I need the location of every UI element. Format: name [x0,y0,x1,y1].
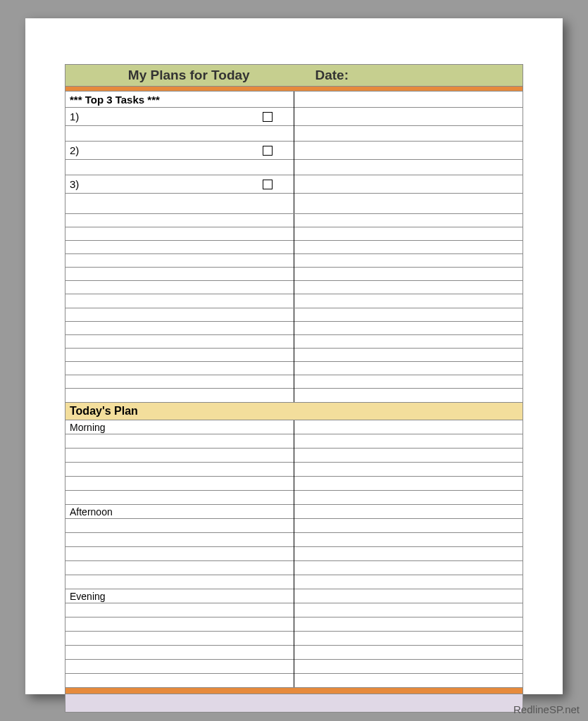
period-afternoon: Afternoon [65,505,294,519]
task-row-2[interactable]: 2) [65,142,294,160]
notes-block-2 [65,308,523,402]
watermark: RedlineSP.net [513,703,580,715]
schedule-left: Morning Afternoon Evening [65,420,294,687]
notes-left-2 [65,308,294,402]
schedule-right [294,420,523,687]
footer-band [65,694,523,712]
period-morning: Morning [65,420,294,434]
footer-accent [65,687,523,694]
period-evening: Evening [65,589,294,603]
date-label: Date: [312,68,523,83]
top-tasks-heading: *** Top 3 Tasks *** [65,92,294,108]
planner-container: My Plans for Today Date: *** Top 3 Tasks… [65,64,523,713]
top-tasks-left: *** Top 3 Tasks *** 1) 2) 3) [65,92,294,213]
task-row-1[interactable]: 1) [65,108,294,126]
header-row: My Plans for Today Date: [65,65,523,87]
checkbox-icon[interactable] [263,180,273,189]
notes-right-1 [294,214,523,308]
checkbox-icon[interactable] [263,146,273,156]
notes-block-1 [65,213,523,308]
task-row-3[interactable]: 3) [65,175,294,194]
task-label-2: 2) [70,144,79,156]
top-tasks-right [294,92,523,213]
blank-line [65,160,294,175]
blank-line [65,126,294,142]
schedule-block: Morning Afternoon Evening [65,420,523,687]
checkbox-icon[interactable] [263,112,273,122]
top-tasks-block: *** Top 3 Tasks *** 1) 2) 3) [65,92,523,213]
task-label-3: 3) [70,178,79,190]
notes-right-2 [294,308,523,402]
page-sheet: My Plans for Today Date: *** Top 3 Tasks… [25,18,563,694]
notes-left-1 [65,214,294,308]
divider-accent [65,87,523,92]
task-label-1: 1) [70,111,79,123]
blank-gap [65,194,294,213]
todays-plan-heading: Today's Plan [65,402,523,420]
todays-plan-label: Today's Plan [70,405,138,417]
page-title: My Plans for Today [65,68,312,83]
